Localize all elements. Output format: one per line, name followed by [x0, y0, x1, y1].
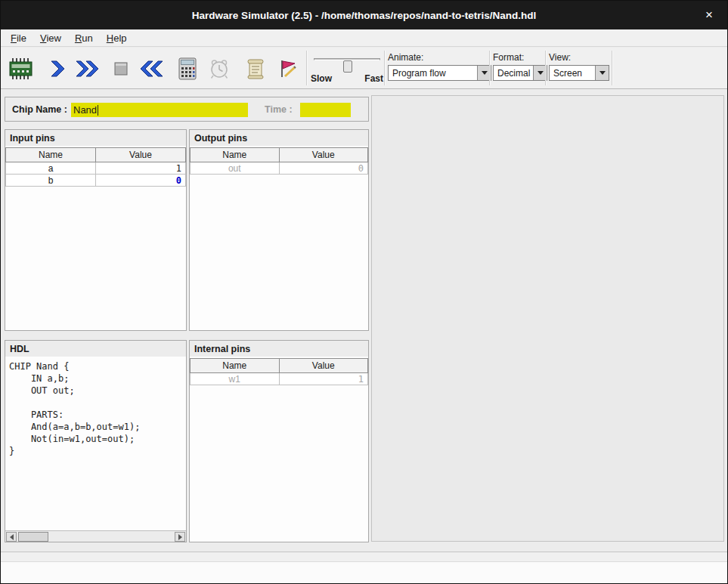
- view-dropdown-button[interactable]: [595, 66, 609, 80]
- pin-row-a: a 1: [6, 162, 186, 175]
- time-field: [300, 103, 351, 117]
- slider-fast-label: Fast: [364, 73, 383, 84]
- menu-run[interactable]: Run: [68, 30, 100, 46]
- pin-name-cell: out: [191, 162, 280, 175]
- toolbar-separator: [489, 51, 491, 85]
- pin-value-cell: 0: [279, 162, 368, 175]
- chip-name-value: Nand: [73, 104, 97, 116]
- main-content: Chip Name : Nand Time : Input pins Name …: [1, 89, 728, 553]
- internal-pins-panel: Internal pins Name Value w1 1: [189, 340, 369, 542]
- speed-slider-track[interactable]: [314, 58, 380, 60]
- internal-pins-title: Internal pins: [190, 341, 368, 357]
- speed-slider-group: Slow Fast: [311, 51, 383, 85]
- hdl-title: HDL: [5, 341, 186, 357]
- slider-slow-label: Slow: [311, 73, 332, 84]
- toolbar-separator: [306, 51, 308, 85]
- scroll-right-icon[interactable]: [175, 532, 185, 542]
- input-pins-title: Input pins: [5, 130, 186, 146]
- column-header-name: Name: [6, 148, 96, 162]
- scroll-left-icon[interactable]: [6, 532, 17, 542]
- close-icon[interactable]: ×: [701, 7, 717, 23]
- view-selected-value: Screen: [550, 66, 595, 80]
- load-chip-icon[interactable]: [7, 57, 36, 81]
- chevron-down-icon: [482, 71, 488, 75]
- run-icon[interactable]: [73, 57, 102, 81]
- output-pins-panel: Output pins Name Value out 0: [189, 129, 369, 331]
- title-bar: Hardware Simulator (2.5) - /home/thomas/…: [1, 1, 727, 29]
- pin-name-cell: a: [6, 162, 96, 175]
- output-pins-title: Output pins: [190, 130, 368, 146]
- view-label: View:: [549, 52, 609, 63]
- time-label: Time :: [265, 104, 293, 115]
- script-icon[interactable]: [241, 57, 270, 81]
- text-caret: [98, 105, 98, 116]
- column-header-value: Value: [279, 359, 368, 373]
- speed-slider-thumb[interactable]: [343, 60, 352, 73]
- animate-combobox[interactable]: Program flow: [388, 65, 491, 81]
- view-combo-group: View: Screen: [549, 52, 609, 81]
- chip-name-label: Chip Name :: [12, 104, 67, 115]
- pin-value-cell: 1: [279, 373, 368, 385]
- toolbar: Slow Fast Animate: Program flow Format: …: [1, 48, 727, 89]
- clock-icon: [205, 57, 234, 81]
- table-header-row: Name Value: [6, 148, 186, 162]
- chevron-down-icon: [537, 71, 544, 75]
- hdl-hscrollbar[interactable]: [5, 530, 186, 542]
- input-pins-table: Name Value a 1 b 0: [5, 147, 186, 187]
- animate-selected-value: Program flow: [389, 66, 477, 80]
- column-header-value: Value: [96, 148, 186, 162]
- hscrollbar-thumb[interactable]: [18, 532, 48, 542]
- format-combobox[interactable]: Decimal: [493, 65, 547, 81]
- pin-value-cell-editing[interactable]: 0: [96, 175, 186, 187]
- internal-pins-table: Name Value w1 1: [190, 358, 368, 385]
- pin-value-cell[interactable]: 1: [96, 162, 186, 175]
- pin-row-out: out 0: [191, 162, 368, 175]
- view-combobox[interactable]: Screen: [549, 65, 609, 81]
- menu-view[interactable]: View: [33, 30, 68, 46]
- column-header-name: Name: [191, 148, 280, 162]
- reset-icon[interactable]: [137, 57, 166, 81]
- window-title: Hardware Simulator (2.5) - /home/thomas/…: [192, 10, 536, 21]
- column-header-value: Value: [279, 148, 368, 162]
- animate-combo-group: Animate: Program flow: [388, 52, 491, 81]
- format-selected-value: Decimal: [494, 66, 533, 80]
- chip-name-field[interactable]: Nand: [71, 103, 248, 117]
- stop-icon[interactable]: [107, 57, 135, 81]
- hardware-simulator-window: Hardware Simulator (2.5) - /home/thomas/…: [0, 0, 728, 584]
- screen-display-area: [371, 95, 724, 542]
- animate-label: Animate:: [388, 52, 491, 63]
- output-pins-table: Name Value out 0: [190, 147, 368, 175]
- evaluate-calculator-icon[interactable]: [173, 57, 202, 81]
- table-header-row: Name Value: [191, 359, 368, 373]
- status-bar: [1, 552, 727, 583]
- single-step-icon[interactable]: [43, 57, 72, 81]
- pin-name-cell: w1: [191, 373, 280, 385]
- breakpoint-icon[interactable]: [273, 57, 302, 81]
- input-pins-panel: Input pins Name Value a 1 b 0: [5, 129, 187, 331]
- pin-row-w1: w1 1: [191, 373, 368, 385]
- toolbar-separator: [612, 51, 613, 85]
- pin-row-b: b 0: [6, 175, 186, 187]
- toolbar-separator: [545, 51, 547, 85]
- format-combo-group: Format: Decimal: [493, 52, 547, 81]
- toolbar-separator: [384, 51, 386, 85]
- menu-file[interactable]: File: [4, 30, 33, 46]
- menu-help[interactable]: Help: [100, 30, 134, 46]
- column-header-name: Name: [191, 359, 280, 373]
- pin-name-cell: b: [6, 175, 96, 187]
- chevron-down-icon: [599, 71, 606, 75]
- format-label: Format:: [493, 52, 547, 63]
- hdl-panel: HDL CHIP Nand { IN a,b; OUT out; PARTS: …: [5, 340, 187, 542]
- chip-name-bar: Chip Name : Nand Time :: [5, 97, 369, 122]
- status-message-area: [1, 561, 727, 583]
- menu-bar: File View Run Help: [1, 29, 727, 47]
- hdl-code: CHIP Nand { IN a,b; OUT out; PARTS: And(…: [5, 358, 186, 459]
- table-header-row: Name Value: [191, 148, 368, 162]
